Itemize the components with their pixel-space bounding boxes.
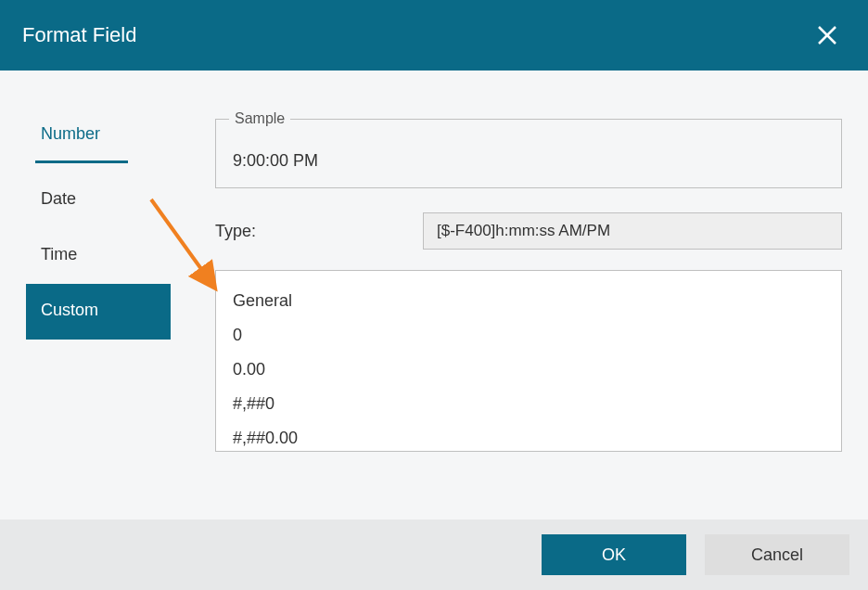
sample-value: 9:00:00 PM bbox=[233, 151, 824, 171]
list-item[interactable]: #,##0.00 bbox=[233, 421, 824, 452]
dialog-header: Format Field bbox=[0, 0, 868, 71]
cancel-button[interactable]: Cancel bbox=[705, 534, 849, 575]
list-item[interactable]: #,##0 bbox=[233, 387, 824, 421]
sidebar-item-custom[interactable]: Custom bbox=[26, 284, 171, 340]
sidebar-item-number[interactable]: Number bbox=[35, 108, 128, 163]
dialog-footer: OK Cancel bbox=[0, 519, 868, 590]
dialog-body: Number Date Time Custom Sample 9:00:00 P… bbox=[0, 71, 868, 519]
sample-label: Sample bbox=[229, 110, 290, 127]
sidebar-item-label: Custom bbox=[41, 301, 98, 320]
close-button[interactable] bbox=[809, 17, 846, 54]
type-input[interactable] bbox=[423, 212, 842, 250]
sidebar-item-time[interactable]: Time bbox=[26, 228, 171, 284]
type-label: Type: bbox=[215, 222, 423, 241]
list-item[interactable]: 0.00 bbox=[233, 353, 824, 387]
list-item[interactable]: 0 bbox=[233, 318, 824, 353]
list-item[interactable]: General bbox=[233, 284, 824, 318]
ok-button[interactable]: OK bbox=[542, 534, 686, 575]
format-settings-panel: Sample 9:00:00 PM Type: General 0 0.00 #… bbox=[215, 108, 842, 519]
close-icon bbox=[817, 25, 837, 45]
sidebar-item-label: Time bbox=[41, 245, 77, 264]
sample-box: Sample 9:00:00 PM bbox=[215, 119, 842, 188]
sidebar-item-label: Number bbox=[41, 124, 100, 144]
type-row: Type: bbox=[215, 212, 842, 250]
format-list[interactable]: General 0 0.00 #,##0 #,##0.00 bbox=[215, 270, 842, 452]
sidebar-item-date[interactable]: Date bbox=[26, 173, 171, 228]
sidebar-item-label: Date bbox=[41, 189, 76, 209]
format-category-sidebar: Number Date Time Custom bbox=[26, 108, 171, 519]
dialog-title: Format Field bbox=[22, 23, 136, 47]
